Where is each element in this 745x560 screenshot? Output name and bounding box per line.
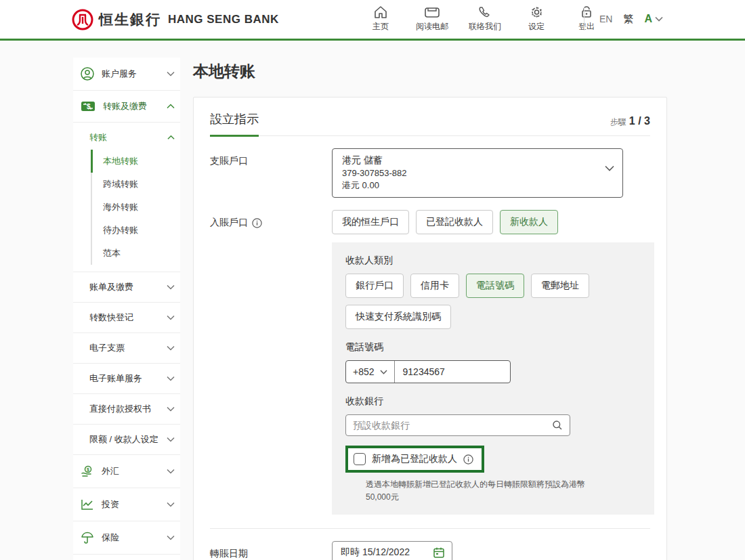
phone-number-label: 電話號碼 [345, 341, 641, 353]
sidebar-item-account-services[interactable]: 账户服务 [73, 58, 180, 90]
nav-settings[interactable]: 设定 [522, 5, 551, 33]
transfers-submenu: 转账 本地转账 跨域转账 海外转账 待办转账 范本 [73, 122, 180, 272]
section-title: 設立指示 [210, 111, 259, 135]
bank-name-chinese: 恒生銀行 [99, 10, 161, 29]
sidebar-item-echeque[interactable]: 电子支票 [73, 332, 180, 363]
sidebar-item-fps-registration[interactable]: 转数快登记 [73, 302, 180, 332]
top-navigation: 主页 阅读电邮 联络我们 设定 [366, 5, 601, 33]
payee-type-credit-card[interactable]: 信用卡 [410, 274, 459, 298]
lang-english-link[interactable]: EN [599, 14, 612, 24]
sidebar-item-loans-overdraft[interactable]: $ 贷款及透支 [73, 554, 180, 560]
chevron-down-icon [167, 406, 175, 412]
user-icon [80, 66, 95, 81]
sidebar-item-local-transfer[interactable]: 本地转账 [91, 150, 175, 173]
new-payee-panel: 收款人類別 銀行戶口 信用卡 電話號碼 電郵地址 快速支付系統識別碼 電話號碼 [332, 242, 654, 515]
sidebar-item-pending-transfer[interactable]: 待办转账 [91, 219, 175, 242]
sidebar-item-investment[interactable]: 投资 [73, 488, 180, 521]
register-payee-note: 透過本地轉賬新增已登記收款人的每日轉賬限額將預設為港幣50,000元 [366, 478, 607, 504]
top-header: 恒生銀行 HANG SENG BANK 主页 阅读电邮 联络我们 [0, 0, 745, 41]
credit-account-row: 入賬戶口 我的恒生戶口 已登記收款人 新收款人 收款人類別 [210, 210, 650, 515]
chevron-up-icon [167, 135, 175, 140]
calendar-icon[interactable] [433, 546, 445, 559]
submenu-transfer[interactable]: 转账 [89, 127, 175, 148]
sidebar-item-templates[interactable]: 范本 [91, 242, 175, 265]
debit-account-label: 支賬戶口 [210, 148, 332, 198]
page-title: 本地转账 [193, 61, 667, 82]
bank-logo[interactable]: 恒生銀行 HANG SENG BANK [72, 9, 279, 30]
register-payee-highlight-box: 新增為已登記收款人 [345, 446, 484, 473]
bank-logo-icon [72, 9, 93, 30]
chevron-up-icon [167, 104, 175, 109]
language-switcher: EN 繁 A [584, 7, 663, 31]
nav-read-mail[interactable]: 阅读电邮 [416, 5, 448, 33]
tab-registered-payee[interactable]: 已登記收款人 [416, 210, 493, 234]
payee-bank-input[interactable] [353, 420, 552, 431]
credit-account-tabs: 我的恒生戶口 已登記收款人 新收款人 [332, 210, 654, 234]
country-code-select[interactable]: +852 [346, 361, 395, 383]
sidebar-item-limits-payee-settings[interactable]: 限额 / 收款人设定 [73, 424, 180, 454]
chevron-down-icon [167, 345, 175, 351]
mail-icon [424, 5, 440, 19]
gear-icon [530, 5, 544, 19]
main-content: 本地转账 設立指示 步驟1 / 3 支賬戶口 港元 儲蓄 379-307853-… [193, 54, 667, 560]
svg-text:$: $ [87, 467, 89, 473]
payee-type-label: 收款人類別 [345, 255, 641, 267]
register-payee-label: 新增為已登記收款人 [372, 453, 457, 465]
fx-icon: $ [80, 464, 95, 479]
debit-account-row: 支賬戶口 港元 儲蓄 379-307853-882 港元 0.00 [210, 148, 650, 198]
sidebar-menu: 账户服务 $ 转账及缴费 转账 本地转账 跨域转账 海外转账 待办转账 范本 [73, 58, 180, 560]
lang-traditional-link[interactable]: 繁 [623, 13, 633, 26]
chevron-down-icon [380, 370, 387, 374]
payee-bank-search [345, 414, 570, 436]
info-icon[interactable] [252, 218, 262, 228]
card-header: 設立指示 步驟1 / 3 [210, 111, 650, 136]
nav-contact-us[interactable]: 联络我们 [469, 5, 501, 33]
header-divider [584, 7, 584, 30]
debit-account-select[interactable]: 港元 儲蓄 379-307853-882 港元 0.00 [332, 148, 623, 198]
instruction-card: 設立指示 步驟1 / 3 支賬戶口 港元 儲蓄 379-307853-882 港… [193, 97, 667, 560]
sidebar-item-ebill-service[interactable]: 电子账单服务 [73, 363, 180, 393]
chevron-down-icon [167, 284, 175, 290]
transfer-date-picker[interactable]: 即時 15/12/2022 [332, 541, 452, 560]
payee-bank-label: 收款銀行 [345, 395, 641, 408]
section-divider [210, 528, 650, 529]
sidebar-item-transfers-payments[interactable]: $ 转账及缴费 [73, 90, 180, 122]
phone-icon [477, 5, 492, 19]
transfer-children: 本地转账 跨域转账 海外转账 待办转账 范本 [91, 150, 175, 265]
nav-home[interactable]: 主页 [366, 5, 396, 33]
sidebar-item-cross-boundary-transfer[interactable]: 跨域转账 [91, 173, 175, 196]
sidebar-item-insurance[interactable]: 保险 [73, 521, 180, 554]
payee-type-email-address[interactable]: 電郵地址 [531, 274, 589, 298]
credit-account-label: 入賬戶口 [210, 210, 332, 515]
sidebar-item-bills-payments[interactable]: 账单及缴费 [73, 272, 180, 302]
home-icon [373, 5, 388, 19]
payee-type-bank-account[interactable]: 銀行戶口 [345, 274, 404, 298]
chevron-down-icon [167, 437, 175, 442]
sidebar-item-direct-debit[interactable]: 直接付款授权书 [73, 393, 180, 424]
tab-new-payee[interactable]: 新收款人 [500, 210, 558, 234]
umbrella-icon [80, 530, 95, 545]
step-value: 1 / 3 [629, 115, 650, 127]
sidebar-item-foreign-exchange[interactable]: $ 外汇 [73, 454, 180, 488]
chevron-down-icon[interactable] [655, 16, 663, 22]
transfer-date-row: 轉賬日期 即時 15/12/2022 [210, 541, 650, 560]
chevron-down-icon [167, 71, 175, 77]
chevron-down-icon [167, 535, 175, 540]
sidebar-item-overseas-transfer[interactable]: 海外转账 [91, 196, 175, 219]
transfer-icon: $ [80, 100, 96, 113]
transfer-date-label: 轉賬日期 [210, 541, 332, 560]
bank-name-english: HANG SENG BANK [168, 13, 279, 26]
tab-my-hangseng-account[interactable]: 我的恒生戶口 [332, 210, 409, 234]
phone-input-group: +852 [345, 360, 511, 383]
register-payee-checkbox[interactable] [354, 453, 366, 465]
chevron-down-icon [167, 315, 175, 320]
payee-type-fps-id[interactable]: 快速支付系統識別碼 [345, 305, 451, 329]
payee-type-phone-number[interactable]: 電話號碼 [466, 274, 524, 298]
chevron-down-icon [167, 469, 175, 474]
chevron-down-icon [167, 376, 175, 381]
search-icon[interactable] [552, 420, 563, 431]
chevron-down-icon [167, 502, 175, 507]
font-size-control[interactable]: A [644, 13, 652, 25]
info-icon[interactable] [463, 454, 473, 465]
phone-number-input[interactable] [395, 361, 534, 383]
